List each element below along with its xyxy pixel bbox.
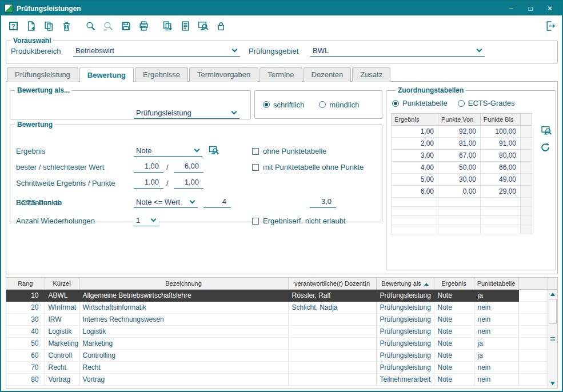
copy-assign-icon	[162, 21, 173, 31]
table-row[interactable]: 30IRWInternes RechnungswesenPrüfungsleis…	[6, 313, 548, 325]
checkbox-mit-punktetabelle-ohne-punkte[interactable]: mit Punktetabelle ohne Punkte	[252, 163, 364, 171]
punkte-row[interactable]: 3,0067,0080,00	[392, 150, 532, 162]
punkte-row-empty	[392, 207, 532, 216]
punkte-row[interactable]: 6,000,0029,00	[392, 186, 532, 198]
save-button[interactable]	[119, 20, 132, 33]
radio-icon	[263, 101, 270, 108]
list-view-button[interactable]	[179, 20, 191, 33]
tab-bewertung[interactable]: Bewertung	[79, 67, 134, 82]
lock-button[interactable]	[214, 20, 227, 33]
table-row[interactable]: 80VortragVortragTeilnehmerarbeitNotenein	[6, 373, 548, 385]
wiederholungen-select[interactable]: 1	[134, 214, 159, 226]
ergebnis-select[interactable]: Note	[134, 145, 202, 157]
schrittweite-punkte-input[interactable]: 1,00	[174, 177, 203, 189]
produktbereich-select[interactable]: Betriebswirt	[73, 45, 240, 57]
preview-icon	[198, 21, 209, 31]
titlebar: Prüfungsleistungen – □ ✕	[1, 1, 562, 15]
scrollbar-track[interactable]	[548, 299, 557, 379]
punkte-row[interactable]: 4,0050,0066,00	[392, 162, 532, 174]
grid-scrollbar[interactable]	[548, 290, 557, 388]
grid-column-ergebnis[interactable]: Ergebnis	[434, 278, 474, 289]
chevron-down-icon	[477, 46, 482, 52]
copy-record-button[interactable]	[42, 20, 55, 33]
delete-record-icon	[61, 21, 72, 31]
minimize-button[interactable]: –	[501, 3, 521, 14]
schrittweite-ergebnis-input[interactable]: 1,00	[134, 177, 163, 189]
radio-muendlich[interactable]: mündlich	[319, 101, 359, 109]
tab-prufungsleistung[interactable]: Prüfungsleistung	[7, 67, 78, 82]
search-button[interactable]	[84, 20, 97, 33]
scroll-down-button[interactable]	[548, 379, 557, 388]
scrollbar-thumb[interactable]	[549, 299, 557, 324]
radio-schriftlich[interactable]: schriftlich	[263, 101, 304, 109]
checkbox-ohne-punktetabelle[interactable]: ohne Punktetabelle	[252, 147, 326, 155]
grid-column-verantwortliche-r-dozentin[interactable]: verantwortliche(r) DozentIn	[288, 278, 376, 289]
zuordnung-radios: Punktetabelle ECTS-Grades	[392, 99, 556, 107]
window-controls: – □ ✕	[501, 3, 560, 14]
pruefungsform-group: schriftlich mündlich	[254, 90, 382, 119]
grid-column-kurzel[interactable]: Kürzel	[45, 278, 79, 289]
table-row[interactable]: 20WInfrmatWirtschaftsinformatikSchlicht,…	[6, 301, 548, 313]
ects-punkte-label: ECTS-Punkte	[16, 198, 61, 207]
ects-punkte-input[interactable]: 3,0	[310, 196, 336, 208]
grid-header-filler	[518, 278, 548, 289]
radio-punktetabelle[interactable]: Punktetabelle	[392, 99, 448, 107]
exit-icon	[545, 21, 556, 31]
tab-termine[interactable]: Termine	[259, 67, 302, 82]
scroll-up-button[interactable]	[548, 290, 557, 299]
punkte-row-empty	[392, 216, 532, 225]
table-row[interactable]: 50MarketingMarketingPrüfungsleistungNote…	[6, 337, 548, 349]
bewertung-als-select[interactable]: Prüfungsleistung	[134, 107, 239, 119]
new-record-button[interactable]	[25, 20, 37, 33]
tab-dozenten[interactable]: Dozenten	[304, 67, 352, 82]
wiederholungen-label: Anzahl Wiederholungen	[16, 217, 95, 225]
grid-column-punktetabelle[interactable]: Punktetabelle	[474, 278, 518, 289]
grid-column-bewertung-als[interactable]: Bewertung als	[376, 278, 434, 289]
punkte-row[interactable]: 1,0092,00100,00	[392, 126, 532, 138]
schlechtester-wert-input[interactable]: 6,00	[174, 161, 203, 173]
table-row[interactable]: 70RechtRechtPrüfungsleistungNotenein	[6, 361, 548, 373]
preview-icon[interactable]	[541, 125, 552, 137]
delete-record-button[interactable]	[60, 20, 73, 33]
grid-column-rang[interactable]: Rang	[6, 278, 45, 289]
maximize-button[interactable]: □	[521, 3, 540, 14]
sort-ascending-icon	[424, 283, 429, 286]
punkte-row-empty	[392, 225, 532, 234]
close-button[interactable]: ✕	[540, 3, 560, 14]
print-button[interactable]	[137, 20, 150, 33]
table-row[interactable]: 10ABWLAllgemeine Betriebswirtschaftslehr…	[6, 289, 548, 301]
results-grid: RangKürzelBezeichnungverantwortliche(r) …	[6, 277, 558, 389]
bestanden-wert-input[interactable]: 4	[203, 196, 231, 208]
scrollbar-corner	[548, 278, 557, 290]
separator: /	[166, 179, 169, 187]
refresh-icon[interactable]	[540, 142, 552, 154]
punkte-row[interactable]: 2,0081,0091,00	[392, 138, 532, 150]
checkbox-icon	[252, 148, 259, 155]
punktetabelle-body: 1,0092,00100,002,0081,0091,003,0067,0080…	[392, 126, 532, 234]
tab-terminvorgaben[interactable]: Terminvorgaben	[189, 67, 258, 82]
app-window: Prüfungsleistungen – □ ✕ ? Vor	[0, 0, 563, 392]
pruefungsgebiet-select[interactable]: BWL	[310, 45, 485, 57]
checkbox-ergebniserf-nicht-erlaubt[interactable]: Ergebniserf. nicht erlaubt	[252, 217, 346, 225]
exit-button[interactable]	[544, 20, 556, 33]
tab-zusatz[interactable]: Zusatz	[352, 67, 390, 82]
save-icon	[121, 21, 131, 31]
zuordnungstabellen-group: Zuordnungstabellen Punktetabelle ECTS-Gr…	[386, 86, 556, 270]
help-button[interactable]: ?	[7, 20, 19, 33]
bestanden-ab-select[interactable]: Note <= Wert	[134, 196, 198, 208]
window-title: Prüfungsleistungen	[17, 5, 81, 13]
bester-wert-input[interactable]: 1,00	[134, 161, 163, 173]
radio-ects-grades[interactable]: ECTS-Grades	[458, 99, 515, 107]
arrow-down-icon	[550, 382, 555, 385]
grid-column-bezeichnung[interactable]: Bezeichnung	[79, 278, 288, 289]
punkte-row[interactable]: 5,0030,0049,00	[392, 174, 532, 186]
copy-assign-button[interactable]	[161, 20, 174, 33]
preview-icon[interactable]	[208, 145, 219, 155]
table-row[interactable]: 40LogistikLogistikPrüfungsleistungNotene…	[6, 325, 548, 337]
chevron-down-icon	[190, 198, 195, 203]
tab-ergebnisse[interactable]: Ergebnisse	[135, 67, 188, 82]
preview-button[interactable]	[197, 20, 209, 33]
clear-search-button[interactable]	[102, 20, 114, 33]
punkte-column-punkte-bis: Punkte Bis	[481, 114, 521, 126]
table-row[interactable]: 60ControllControllingPrüfungsleistungNot…	[6, 349, 548, 361]
